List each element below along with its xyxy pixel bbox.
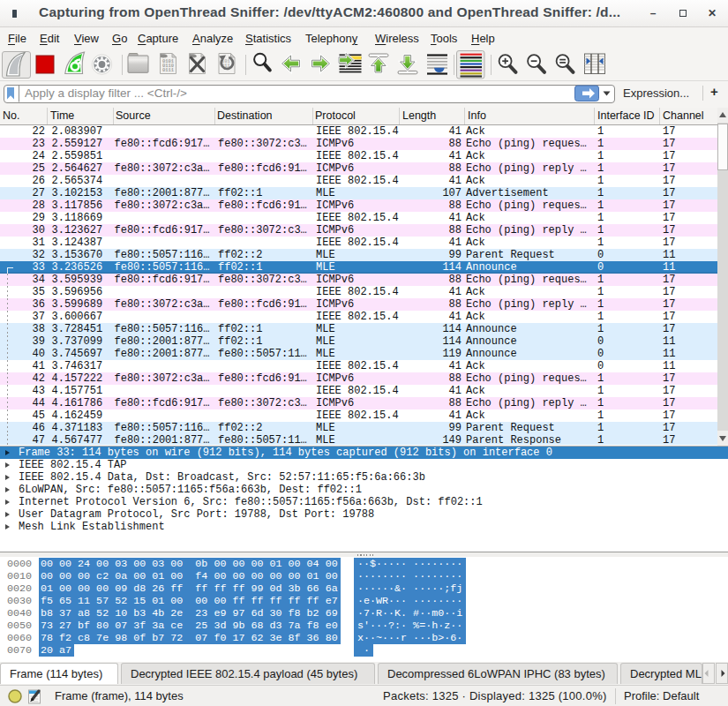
svg-text:0111: 0111: [162, 68, 174, 73]
